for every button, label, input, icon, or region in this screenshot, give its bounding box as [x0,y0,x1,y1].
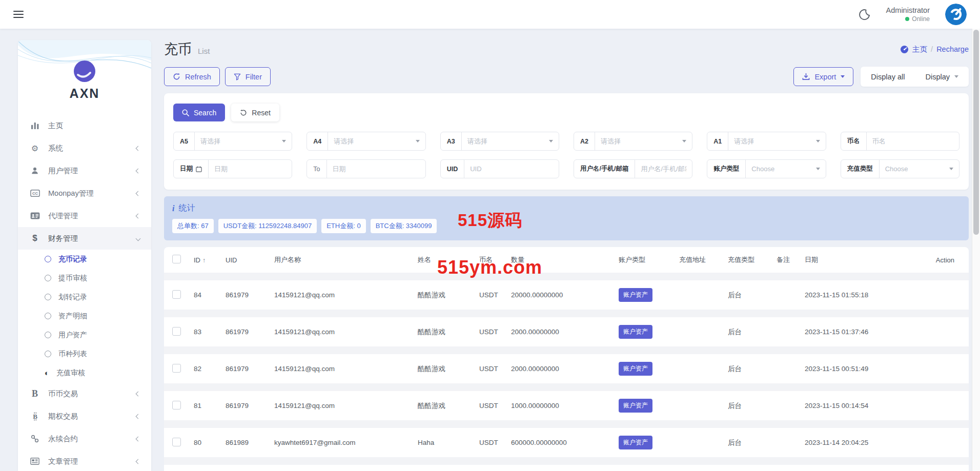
cell-recharge-type: 后台 [728,438,777,447]
filter-button[interactable]: Filter [225,67,271,86]
breadcrumb-home[interactable]: 主页 [912,45,927,54]
sidebar: AXN 主页 ⚙ 系统 用户管理 [18,40,151,471]
sidebar-item-articles[interactable]: 文章管理 [18,450,151,471]
row-checkbox[interactable] [172,438,181,446]
a1-select[interactable]: 请选择 [728,137,815,146]
sidebar-subitem-user-assets[interactable]: 用户资产 [18,325,151,344]
caret-down-icon [816,168,820,170]
cell-amount: 600000.00000000 [511,439,619,446]
sidebar-item-spot-trading[interactable]: B 币币交易 [18,382,151,405]
account-type-badge: 账户资产 [619,288,652,302]
sidebar-item-moonpay[interactable]: CC Moonpay管理 [18,182,151,204]
sidebar-subitem-recharge-review[interactable]: ◐ 充值审核 [18,363,151,382]
chevron-left-icon [136,436,141,441]
user-icon [29,167,40,175]
gear-icon: ⚙ [29,144,40,153]
coin-name-input[interactable] [867,137,959,145]
sidebar-subitem-withdraw-review[interactable]: 提币审核 [18,269,151,288]
date-from-input[interactable] [209,165,292,173]
sidebar-item-system[interactable]: ⚙ 系统 [18,137,151,159]
select-all-checkbox[interactable] [172,255,181,263]
user-input[interactable] [635,165,692,173]
top-navbar: Administrator Online [0,0,980,29]
uid-input[interactable] [464,165,559,173]
user-name: Administrator [886,6,930,15]
a3-select[interactable]: 请选择 [462,137,549,146]
cell-uid: 861979 [226,402,274,409]
cell-id: 84 [194,291,226,299]
chevron-left-icon [136,391,141,396]
row-checkbox[interactable] [172,327,181,336]
sort-asc-icon: ↑ [202,257,206,264]
sidebar-subitem-recharge-records[interactable]: 充币记录 [18,250,151,269]
display-button[interactable]: Display [915,67,969,87]
id-card-icon [29,212,40,219]
sidebar-item-label: 永续合约 [48,434,78,444]
sidebar-subitem-label: 充币记录 [58,255,87,264]
app-root: Administrator Online [0,0,980,471]
col-username: 用户名称 [274,255,418,264]
page-subtitle: List [198,47,210,55]
a2-select[interactable]: 请选择 [595,137,682,146]
stats-title: 统计 [178,203,195,214]
search-button[interactable]: Search [173,104,225,121]
a4-select[interactable]: 请选择 [328,137,415,146]
cell-date: 2023-11-14 20:04:25 [805,439,925,446]
row-checkbox[interactable] [172,290,181,299]
sidebar-subitem-label: 币种列表 [58,350,87,359]
account-type-select[interactable]: Choose [746,165,815,173]
cell-username: 14159121@qq.com [274,402,418,409]
chevron-down-icon [136,236,141,241]
caret-down-icon [682,140,686,142]
filter-a5: A5 请选择 [173,132,292,151]
cell-date: 2023-11-15 00:14:54 [805,402,925,409]
filter-panel: Search Reset A5 请选择 A4 请选择 [164,93,969,190]
sidebar-item-finance[interactable]: $ 财务管理 [18,227,151,250]
scrollbar-thumb[interactable] [973,30,979,235]
sidebar-subitem-coin-list[interactable]: 币种列表 [18,344,151,363]
refresh-button[interactable]: Refresh [164,67,220,86]
recharge-type-select[interactable]: Choose [880,165,949,173]
search-label: Search [194,109,216,117]
account-type-badge: 账户资产 [619,325,652,339]
page-title: 充币 [164,40,192,58]
filter-recharge-type: 充值类型 Choose [841,159,959,178]
display-all-button[interactable]: Display all [861,67,915,87]
menu-toggle-icon[interactable] [13,9,24,20]
filter-date-to: To [307,159,425,178]
col-id[interactable]: ID↑ [194,256,226,264]
cell-date: 2023-11-15 00:51:49 [805,365,925,373]
stat-total-orders: 总单数: 67 [172,219,214,233]
reset-label: Reset [252,109,271,117]
sidebar-item-perpetual-contracts[interactable]: 永续合约 [18,427,151,450]
sidebar-subitem-asset-details[interactable]: 资产明细 [18,306,151,325]
table-row: 83 861979 14159121@qq.com 酷酷游戏 USDT 2000… [172,317,961,346]
caret-down-icon [549,140,553,142]
sidebar-item-users[interactable]: 用户管理 [18,159,151,182]
link-icon [29,435,40,443]
sidebar-item-home[interactable]: 主页 [18,114,151,137]
sidebar-item-label: 系统 [48,144,63,153]
cell-username: 14159121@qq.com [274,291,418,299]
bitcoin-icon: B [29,412,40,421]
date-to-input[interactable] [327,165,425,173]
cell-recharge-type: 后台 [728,401,777,411]
sidebar-item-agents[interactable]: 代理管理 [18,204,151,227]
row-checkbox[interactable] [172,364,181,373]
a5-select[interactable]: 请选择 [195,137,282,146]
watermark-url: 515ym.com [437,257,542,278]
reset-button[interactable]: Reset [231,104,279,121]
sidebar-item-options-trading[interactable]: B 期权交易 [18,405,151,427]
dark-mode-moon-icon[interactable] [859,8,871,21]
filter-label: 日期 [174,160,209,178]
cell-username: 14159121@qq.com [274,365,418,373]
cell-uid: 861979 [226,365,274,373]
filter-label: A3 [441,132,462,150]
export-button[interactable]: Export [793,67,853,86]
avatar[interactable] [945,4,967,25]
filter-a4: A4 请选择 [307,132,425,151]
sidebar-subitem-transfer-records[interactable]: 划转记录 [18,288,151,306]
table-row: 82 861979 14159121@qq.com 酷酷游戏 USDT 2000… [172,354,961,383]
page-scrollbar [972,29,980,471]
row-checkbox[interactable] [172,401,181,409]
